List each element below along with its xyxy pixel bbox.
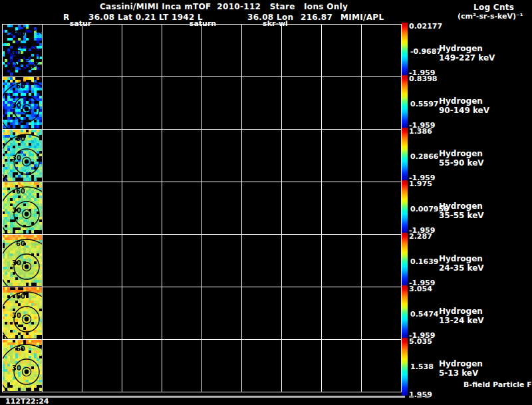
heatmap-24-35-keV — [3, 235, 42, 286]
colorbar-row-3 — [402, 128, 408, 180]
colorbar-mid-label-row-1: -0.9687 — [410, 47, 442, 56]
species-label-row-5: Hydrogen24-35 keV — [439, 254, 484, 273]
colorbar-max-label-row-6: 3.054 — [409, 285, 432, 293]
heatmap-90-149-keV — [3, 77, 42, 128]
units-label: (cm²-sr-s-keV)⁻¹ — [458, 12, 523, 21]
column-label-saturn: saturn — [190, 19, 216, 28]
colorbar-max-label-row-7: 5.035 — [409, 337, 432, 346]
energy-range: 13-24 keV — [439, 316, 484, 325]
status-org: MIMI/APL — [340, 13, 384, 22]
species-label-row-1: Hydrogen149-227 keV — [439, 44, 495, 63]
column-label-satur: satur — [70, 19, 91, 28]
colorbar-row-5 — [402, 233, 408, 285]
colorbar-mid-label-row-3: 0.2866 — [410, 152, 438, 161]
species-label-row-4: Hydrogen35-55 keV — [439, 202, 484, 220]
species-name: Hydrogen — [439, 359, 483, 368]
species-name: Hydrogen — [439, 96, 489, 106]
heatmap-55-90-keV — [3, 130, 42, 181]
data-grid — [2, 24, 402, 392]
status-r-label: R — [63, 13, 70, 22]
energy-range: 55-90 keV — [439, 158, 484, 168]
log-counts-label: Log Cnts — [473, 3, 514, 12]
colorbar-max-label-row-1: 0.02177 — [409, 22, 442, 31]
colorbar-row-7 — [402, 338, 408, 396]
status-position: 36.08 Lat 0.21 LT 1942 L — [88, 13, 203, 22]
species-label-row-2: Hydrogen90-149 keV — [439, 96, 489, 115]
species-name: Hydrogen — [439, 307, 484, 316]
species-name: Hydrogen — [439, 44, 495, 53]
heatmap-35-55-keV — [3, 182, 42, 233]
energy-range: 24-35 keV — [439, 263, 484, 273]
species-label-row-6: Hydrogen13-24 keV — [439, 307, 484, 325]
energy-range: 35-55 keV — [439, 211, 484, 220]
species-name: Hydrogen — [439, 202, 484, 211]
species-label-row-3: Hydrogen55-90 keV — [439, 149, 484, 168]
bfield-flow-label: B-field Particle Flow — [464, 380, 532, 389]
page-title: Cassini/MIMI Inca mTOF 2010-112 Stare Io… — [100, 2, 348, 11]
energy-range: 149-227 keV — [439, 53, 495, 63]
colorbar-mid-label-row-6: 0.5474 — [410, 310, 438, 319]
energy-range: 90-149 keV — [439, 106, 489, 115]
species-name: Hydrogen — [439, 149, 484, 158]
energy-range: 5-13 keV — [439, 368, 483, 378]
colorbar-max-label-row-3: 1.386 — [409, 127, 432, 136]
colorbar-min-label-row-7: 1.959 — [409, 390, 432, 399]
colorbar-mid-label-row-2: 0.5597 — [410, 100, 438, 108]
colorbar-mid-label-row-7: 1.538 — [410, 362, 434, 371]
mimi-inca-display: Cassini/MIMI Inca mTOF 2010-112 Stare Io… — [0, 0, 532, 405]
colorbar-row-4 — [402, 180, 408, 233]
heatmap-13-24-keV — [3, 287, 42, 338]
column-label-skrwl: skr-wl — [263, 19, 288, 28]
heatmap-5-13-keV — [3, 340, 42, 391]
species-name: Hydrogen — [439, 254, 484, 263]
timestamp: 112T22:24 — [5, 397, 49, 405]
heatmap-149-227-keV — [3, 25, 42, 76]
timeline-bar — [0, 396, 405, 398]
timeline-dash — [409, 396, 414, 398]
status-value: 216.87 — [301, 13, 332, 22]
colorbar-mid-label-row-5: 0.1639 — [410, 257, 438, 266]
colorbar-row-2 — [402, 75, 408, 128]
timeline-dash — [425, 396, 430, 398]
timeline-dash — [417, 396, 422, 398]
colorbar-max-label-row-2: 0.8398 — [409, 74, 437, 83]
colorbar-max-label-row-5: 2.287 — [409, 232, 432, 241]
species-label-row-7: Hydrogen5-13 keV — [439, 359, 483, 378]
colorbar-row-6 — [402, 285, 408, 338]
colorbar-max-label-row-4: 1.975 — [409, 180, 432, 188]
colorbar-row-1 — [402, 23, 408, 75]
